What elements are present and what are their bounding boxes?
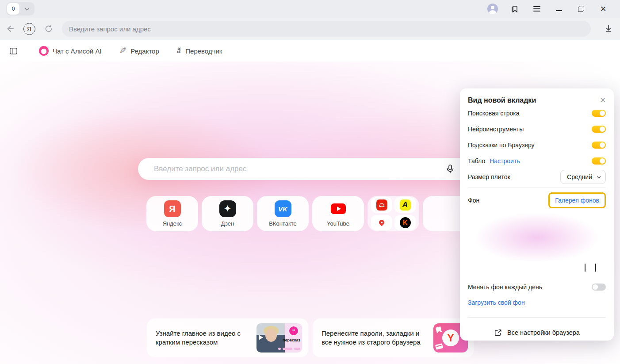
- search-input[interactable]: [154, 165, 455, 173]
- dzen-icon: ✦: [219, 200, 236, 217]
- kinopoisk-icon: K: [400, 217, 411, 228]
- close-icon: ✕: [600, 5, 606, 13]
- tile-label: YouTube: [327, 220, 349, 227]
- chevron-down-icon: [597, 175, 601, 178]
- refresh-button[interactable]: [39, 24, 58, 34]
- avatar-icon: [487, 4, 498, 14]
- divider: [468, 188, 606, 188]
- address-bar-row: Я: [0, 18, 620, 40]
- setting-row-change-daily: Менять фон каждый день: [468, 279, 606, 295]
- card-text: Перенесите пароли, закладки и все нужное…: [321, 329, 433, 347]
- selected-value: Средний: [567, 173, 592, 180]
- video-summary-promo-card[interactable]: Узнайте главное из видео с кратким перес…: [147, 318, 308, 357]
- bookmark-icon: [435, 326, 442, 333]
- external-link-icon: [494, 329, 502, 337]
- chrome-top-bar: 0 ✕: [0, 0, 620, 18]
- mini-tile[interactable]: K: [394, 215, 416, 230]
- tile-size-select[interactable]: Средний: [560, 170, 606, 184]
- back-button[interactable]: [0, 24, 19, 34]
- setting-row-browser-tips: Подсказки по Браузеру: [468, 137, 606, 153]
- tab-list-dropdown[interactable]: [19, 8, 34, 10]
- sidebar-toggle-button[interactable]: [8, 46, 19, 56]
- minimize-icon: [556, 10, 562, 11]
- card-text: Узнайте главное из видео с кратким перес…: [156, 329, 256, 347]
- setting-row-tableau: Табло Настроить: [468, 153, 606, 169]
- restore-button[interactable]: [576, 4, 586, 14]
- minimize-button[interactable]: [554, 4, 564, 14]
- setting-label: Табло: [468, 157, 485, 165]
- tile-vkontakte[interactable]: VK ВКонтакте: [257, 196, 309, 231]
- download-icon: [604, 24, 613, 34]
- autoru-icon: A: [400, 199, 411, 211]
- close-icon: ✕: [600, 96, 606, 104]
- import-promo-card[interactable]: Перенесите пароли, закладки и все нужное…: [313, 318, 474, 357]
- setting-row-background: Фон Галерея фонов: [468, 191, 606, 210]
- previous-background-button[interactable]: [585, 264, 586, 271]
- bookmark-editor[interactable]: ✎✦ Редактор: [119, 46, 159, 56]
- bookmark-alice-chat[interactable]: Чат с Алисой AI: [39, 46, 102, 56]
- chevron-right-icon: [595, 264, 596, 272]
- search-bar[interactable]: [138, 158, 475, 180]
- restore-icon: [578, 6, 584, 12]
- mini-tile[interactable]: [371, 215, 392, 230]
- profile-button[interactable]: [487, 4, 498, 14]
- change-daily-toggle[interactable]: [592, 284, 606, 291]
- setting-row-tile-size: Размер плиток Средний: [468, 169, 606, 185]
- setting-label: Нейроинструменты: [468, 126, 524, 133]
- voice-search-button[interactable]: [445, 164, 455, 174]
- sidebar-panel-icon: [9, 46, 18, 56]
- vk-icon: VK: [275, 200, 291, 217]
- setting-label: Поисковая строка: [468, 110, 519, 117]
- translate-icon: ӑ✦: [177, 47, 181, 55]
- chevron-left-icon: [585, 264, 586, 272]
- downloads-button[interactable]: [597, 24, 620, 34]
- tile-label: Дзен: [221, 220, 234, 227]
- address-bar[interactable]: [62, 21, 591, 37]
- next-background-button[interactable]: [595, 264, 596, 271]
- tableau-toggle[interactable]: [592, 157, 606, 165]
- bookmarks-bar: Чат с Алисой AI ✎✦ Редактор ӑ✦ Переводчи…: [0, 40, 620, 61]
- all-browser-settings-button[interactable]: Все настройки браузера: [468, 320, 606, 345]
- setting-label: Фон: [468, 197, 479, 204]
- yandex-logo-letter: Я: [27, 26, 31, 32]
- collections-button[interactable]: [509, 4, 520, 14]
- play-icon: [259, 335, 263, 340]
- neuro-tools-toggle[interactable]: [592, 126, 606, 133]
- search-bar-toggle[interactable]: [592, 110, 606, 117]
- browser-logo[interactable]: Я: [19, 23, 39, 35]
- tile-dzen[interactable]: ✦ Дзен: [202, 196, 253, 231]
- video-summary-illustration: “ пересказ: [256, 323, 302, 353]
- tile-yandex[interactable]: Я Яндекс: [146, 196, 198, 231]
- address-input[interactable]: [69, 25, 584, 33]
- new-tab-view-popup: Вид новой вкладки ✕ Поисковая строка Ней…: [460, 88, 614, 341]
- tile-group-folder[interactable]: A K: [367, 196, 419, 231]
- close-window-button[interactable]: ✕: [598, 4, 609, 14]
- chevron-down-icon: [24, 6, 29, 11]
- bookmark-flag-icon: [510, 4, 519, 13]
- setting-label: Размер плиток: [468, 173, 510, 180]
- background-gallery-link[interactable]: Галерея фонов: [555, 197, 599, 204]
- popup-title: Вид новой вкладки: [468, 96, 536, 104]
- bookmark-label: Переводчик: [185, 47, 222, 55]
- yandex-icon: Я: [164, 200, 181, 217]
- tile-youtube[interactable]: YouTube: [312, 196, 364, 231]
- tab[interactable]: 0: [7, 3, 19, 15]
- mini-tile[interactable]: [371, 197, 392, 213]
- setting-label: Менять фон каждый день: [468, 284, 542, 291]
- menu-button[interactable]: [532, 4, 542, 14]
- bookmark-translator[interactable]: ӑ✦ Переводчик: [177, 47, 222, 55]
- mini-tile[interactable]: A: [394, 197, 416, 213]
- youtube-icon: [330, 200, 347, 217]
- car-icon: [376, 199, 387, 211]
- alice-icon: [39, 46, 49, 56]
- tile-label: ВКонтакте: [269, 220, 297, 227]
- popup-close-button[interactable]: ✕: [600, 97, 606, 104]
- browser-tips-toggle[interactable]: [592, 142, 606, 149]
- back-arrow-icon: [5, 24, 15, 34]
- setting-label: Подсказки по Браузеру: [468, 142, 535, 149]
- configure-tableau-link[interactable]: Настроить: [490, 157, 520, 165]
- setting-row-search-bar: Поисковая строка: [468, 105, 606, 121]
- card-icon: [435, 343, 443, 350]
- gallery-highlight-frame: Галерея фонов: [548, 192, 606, 208]
- upload-background-link[interactable]: Загрузить свой фон: [468, 299, 525, 306]
